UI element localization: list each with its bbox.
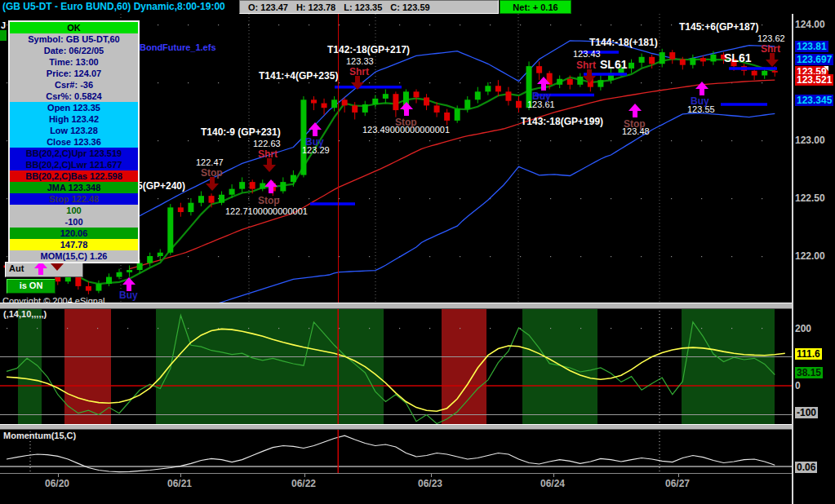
stochastic-panel[interactable] [0,307,792,424]
data-window-row: Open 123.35 [10,102,138,113]
time-axis-label: 06/20 [45,478,69,489]
data-window-row: JMA 123.348 [10,182,138,193]
data-window-row: Low 123.28 [10,125,138,136]
open-value: O: 123.47 [248,2,288,12]
toolbar-fragment-text: J [1,20,6,30]
axis-price-label: 122.50 [795,192,825,204]
momentum-label: Momentum(15,C) [3,431,76,440]
time-axis: 06/2006/2106/2206/2306/2406/27 [0,473,792,504]
data-window-row: 100 [10,205,138,216]
axis-price-label: 0 [795,380,801,391]
data-window-row: MOM(15,C) 1.26 [10,250,138,262]
chart-application-window: (GB U5-DT - Euro BUND,60) Dynamic,8:00-1… [0,0,835,504]
axis-price-label: 0.06 [795,462,817,473]
data-window-row: Csr#: -36 [10,79,138,91]
data-window-row: Csr%: 0.5824 [10,91,138,102]
time-axis-tick [431,474,432,477]
data-window-row: High 123.42 [10,113,138,125]
data-window-row: BB(20,2,C)Bas 122.598 [10,170,138,182]
time-axis-tick [180,474,181,477]
data-window-row: Time: 13:00 [10,56,138,68]
low-value: L: 123.35 [344,2,382,12]
time-axis-tick [58,474,59,477]
time-axis-label: 06/27 [665,478,690,489]
momentum-panel[interactable] [0,428,792,473]
axis-price-label: 124.00 [795,19,825,30]
time-axis-label: 06/23 [418,478,442,489]
strategy-script-label: BondFuture_1.efs [140,42,216,52]
data-window-row: 120.06 [10,228,138,239]
data-window-row: BB(20,2,C)Upr 123.519 [10,148,138,159]
time-axis-label: 06/22 [291,478,316,489]
data-window-row: Date: 06/22/05 [10,45,138,56]
time-axis-tick [553,474,554,477]
toolbar-fragment [0,30,7,41]
last-price-marker-icon [824,66,828,71]
axis-price-label: 200 [795,323,811,334]
axis-price-label: 123.81 [795,41,828,52]
time-axis-label: 06/21 [167,478,192,489]
stochastic-label: (,14,10,,,,,) [3,309,47,319]
panel-splitter[interactable] [0,424,835,430]
crosshair-cursor-line [338,7,339,473]
time-axis-tick [678,474,679,477]
ohlc-readout: O: 123.47 H: 123.78 L: 123.35 C: 123.59 [239,0,499,14]
axis-price-label: 123.697 [795,54,833,65]
axis-price-label: 111.6 [795,348,822,360]
time-axis-tick [304,474,305,477]
data-window-row: Symbol: GB U5-DT,60 [10,33,138,45]
is-on-toggle-button[interactable]: is ON [7,279,56,294]
chart-title-bar: (GB U5-DT - Euro BUND,60) Dynamic,8:00-1… [0,0,835,14]
time-axis-label: 06/24 [540,478,565,489]
axis-price-label: -100 [795,407,818,418]
data-window-row: Close 123.36 [10,136,138,148]
close-value: C: 123.59 [390,2,429,12]
axis-price-label: 123.00 [795,135,825,146]
data-window-row: Price: 124.07 [10,68,138,79]
price-axis-pane[interactable]: 124.00123.81123.697123.59123.521123.3451… [792,14,835,504]
axis-price-label: 122.00 [795,250,825,262]
data-window-row: 147.78 [10,239,138,250]
axis-price-label: 38.15 [795,367,823,378]
data-window-row: Stop 122.48 [10,193,138,205]
axis-price-label: 123.521 [795,74,833,86]
high-value: H: 123.78 [296,2,335,12]
data-window-row: OK [10,22,138,33]
net-change-badge: Net: + 0.16 [500,0,571,14]
axis-price-label: 123.345 [795,95,833,106]
data-window-row: BB(20,2,C)Lwr 121.677 [10,159,138,170]
panel-splitter[interactable] [0,303,835,309]
data-window-panel[interactable]: OKSymbol: GB U5-DT,60Date: 06/22/05Time:… [8,20,140,263]
auto-trade-button[interactable]: Aut [5,262,83,277]
data-window-row: -100 [10,216,138,228]
symbol-title: (GB U5-DT - Euro BUND,60) Dynamic,8:00-1… [2,1,225,12]
